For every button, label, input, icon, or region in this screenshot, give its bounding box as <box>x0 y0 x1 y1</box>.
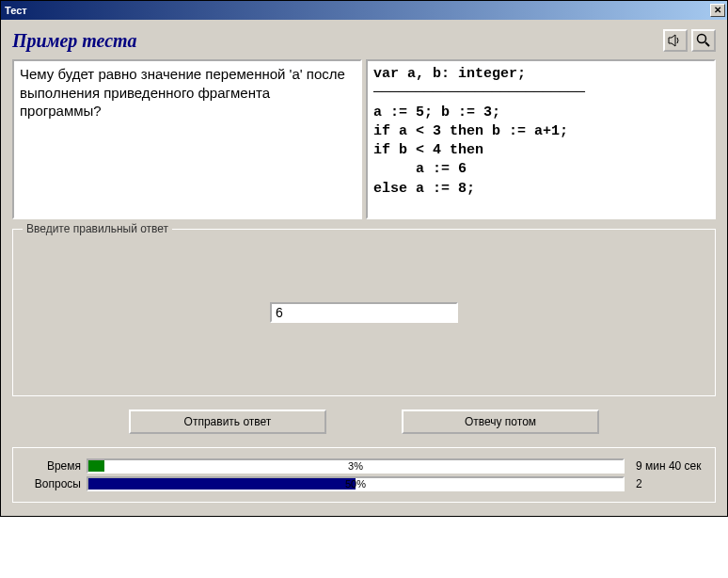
question-panels: Чему будет равно значение переменной 'a'… <box>12 59 716 219</box>
time-label: Время <box>23 459 81 473</box>
sound-icon <box>668 34 683 47</box>
window-content: Пример теста Чему будет равно значение п… <box>1 20 727 516</box>
answer-group-label: Введите правильный ответ <box>23 222 172 235</box>
progress-section: Время 3% 9 мин 40 сек Вопросы 50% 2 <box>12 447 716 503</box>
zoom-button[interactable] <box>691 29 716 52</box>
time-progress-row: Время 3% 9 мин 40 сек <box>23 458 705 474</box>
questions-progress-fill <box>88 478 356 490</box>
code-panel: var a, b: integer; ─────────────────────… <box>366 59 716 219</box>
window-title: Тест <box>5 5 708 16</box>
page-title: Пример теста <box>12 30 659 52</box>
sound-button[interactable] <box>663 29 688 52</box>
svg-line-2 <box>705 42 709 46</box>
close-icon: ✕ <box>714 6 721 15</box>
submit-button[interactable]: Отправить ответ <box>129 409 326 434</box>
questions-progress-percent: 50% <box>345 478 366 490</box>
header-row: Пример теста <box>12 29 716 52</box>
button-row: Отправить ответ Отвечу потом <box>12 409 716 434</box>
question-text-panel: Чему будет равно значение переменной 'a'… <box>12 59 362 219</box>
time-progress-bar: 3% <box>87 458 625 474</box>
time-progress-fill <box>88 460 104 472</box>
title-bar: Тест ✕ <box>1 1 727 20</box>
time-remaining: 9 мин 40 сек <box>630 459 705 473</box>
question-text: Чему будет равно значение переменной 'a'… <box>20 66 345 119</box>
close-button[interactable]: ✕ <box>710 4 725 17</box>
questions-label: Вопросы <box>23 477 81 490</box>
svg-point-1 <box>698 35 706 43</box>
answer-input[interactable] <box>270 302 458 323</box>
questions-count: 2 <box>630 477 705 490</box>
answer-group: Введите правильный ответ <box>12 229 716 396</box>
svg-marker-0 <box>669 35 675 46</box>
magnifier-icon <box>696 33 711 48</box>
answer-area <box>23 243 705 382</box>
time-progress-percent: 3% <box>348 460 363 472</box>
questions-progress-bar: 50% <box>87 476 625 491</box>
test-window: Тест ✕ Пример теста Чему будет <box>0 0 728 517</box>
code-text: var a, b: integer; ─────────────────────… <box>373 66 585 197</box>
answer-later-button[interactable]: Отвечу потом <box>402 409 599 434</box>
questions-progress-row: Вопросы 50% 2 <box>23 476 705 491</box>
